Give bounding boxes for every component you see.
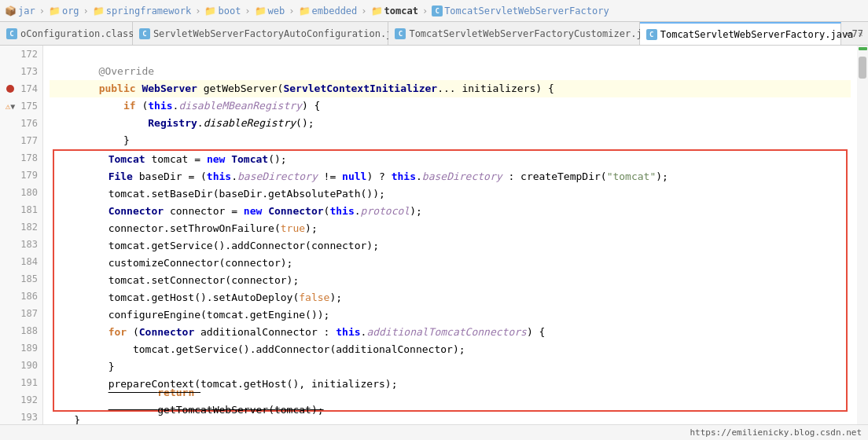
- breadcrumb-tomcat[interactable]: 📁 tomcat: [371, 6, 418, 16]
- sep5: ›: [289, 6, 294, 16]
- code-179-file: File: [108, 168, 139, 185]
- code-182-code: connector.setThrowOnFailure(: [108, 220, 281, 237]
- breadcrumb-jar[interactable]: 📦 jar: [5, 6, 35, 16]
- code-186-end: );: [329, 289, 342, 306]
- code-174-type: WebServer: [142, 80, 203, 97]
- code-188-end: ) {: [527, 324, 545, 341]
- code-content[interactable]: @Override public WebServer getWebServer(…: [43, 46, 857, 424]
- code-182-end: );: [305, 220, 318, 237]
- gutter-172: 172: [0, 46, 42, 63]
- code-187-indent: [59, 306, 108, 324]
- tab-label-2: ServletWebServerFactoryAutoConfiguration…: [153, 28, 409, 39]
- code-188-field: additionalTomcatConnectors: [366, 324, 527, 341]
- code-line-192: return getTomcatWebServer(tomcat);: [59, 393, 841, 410]
- gutter-180: 180: [0, 184, 42, 201]
- breadcrumb-jar-label[interactable]: jar: [18, 6, 35, 16]
- tab-icon-3: C: [395, 28, 406, 39]
- breadcrumb-embedded[interactable]: 📁 embedded: [299, 6, 358, 16]
- breadcrumb-boot-label[interactable]: boot: [218, 6, 241, 16]
- breadcrumb-boot[interactable]: 📁 boot: [204, 6, 241, 16]
- code-line-180: tomcat.setBaseDir(baseDir.getAbsolutePat…: [59, 185, 841, 203]
- code-179-null: null: [342, 168, 366, 185]
- code-181-this: this: [329, 203, 354, 220]
- status-right[interactable]: https://emilienicky.blog.csdn.net: [690, 427, 862, 438]
- code-188-for: for: [108, 324, 133, 341]
- tab-customizer[interactable]: C TomcatServletWebServerFactoryCustomize…: [388, 22, 639, 45]
- code-187-code: configureEngine(tomcat.getEngine());: [108, 306, 330, 324]
- code-179-ternary: ) ?: [366, 168, 391, 185]
- tab-label-4: TomcatServletWebServerFactory.java: [660, 29, 854, 40]
- code-188-open: (: [133, 324, 139, 341]
- code-181-end: );: [410, 203, 422, 220]
- sep6: ›: [361, 6, 366, 16]
- right-scrollbar[interactable]: [857, 46, 868, 424]
- gutter-192: 192: [0, 391, 42, 409]
- code-185-code: tomcat.setConnector(connector);: [108, 272, 300, 289]
- gutter-187: 187: [0, 305, 42, 322]
- code-178-end: ();: [268, 151, 286, 168]
- code-181-connector: Connector: [108, 203, 170, 220]
- linenum-186: 186: [16, 291, 38, 302]
- tab-overflow[interactable]: =77: [841, 22, 868, 45]
- gutter-188: 188: [0, 322, 42, 339]
- sep7: ›: [422, 6, 428, 16]
- code-line-185: tomcat.setConnector(connector);: [59, 272, 841, 289]
- linenum-179: 179: [16, 170, 38, 181]
- breadcrumb-class[interactable]: C TomcatServletWebServerFactory: [432, 6, 609, 16]
- folder-icon-embedded: 📁: [299, 6, 311, 16]
- linenum-180: 180: [16, 187, 38, 198]
- code-189-indent: [59, 341, 133, 358]
- gutter-190: 190: [0, 357, 42, 374]
- code-189-code: tomcat.getService().addConnector(additio…: [133, 341, 465, 358]
- code-179-this2: this: [392, 168, 416, 185]
- code-175-close: ) {: [302, 97, 320, 115]
- code-line-182: connector.setThrowOnFailure( true );: [59, 220, 841, 237]
- breakpoint-174: [6, 85, 14, 93]
- code-175-field: disableMBeanRegistry: [178, 97, 302, 115]
- scroll-marker-top: [859, 47, 867, 50]
- status-bar: https://emilienicky.blog.csdn.net: [0, 424, 868, 440]
- code-179-colon: : createTempDir(: [502, 168, 607, 185]
- code-176-registry: Registry: [148, 115, 197, 132]
- code-179-string: "tomcat": [607, 168, 657, 185]
- code-line-172: [50, 46, 851, 63]
- tab-factory[interactable]: C TomcatServletWebServerFactory.java ×: [640, 22, 842, 45]
- linenum-190: 190: [16, 360, 38, 371]
- code-178-var: tomcat =: [151, 151, 206, 168]
- tab-autoconfiguration[interactable]: C ServletWebServerFactoryAutoConfigurati…: [133, 22, 389, 45]
- linenum-183: 183: [16, 239, 38, 250]
- scroll-thumb[interactable]: [859, 57, 866, 79]
- code-188-this: this: [336, 324, 360, 341]
- tab-oconfiguration[interactable]: C oConfiguration.class ×: [0, 22, 133, 45]
- code-175-indent: [50, 97, 123, 115]
- code-186-indent: [59, 289, 108, 306]
- gutter-185: 185: [0, 270, 42, 288]
- code-179-this1: this: [207, 168, 231, 185]
- annotation-override: @Override: [50, 63, 154, 80]
- breadcrumb-embedded-label[interactable]: embedded: [312, 6, 358, 16]
- breadcrumb-tomcat-label[interactable]: tomcat: [384, 6, 418, 16]
- breadcrumb-springframework[interactable]: 📁 springframework: [93, 6, 191, 16]
- breadcrumb-web-label[interactable]: web: [268, 6, 285, 16]
- code-line-186: tomcat.getHost().setAutoDeploy( false );: [59, 289, 841, 306]
- folder-icon-org: 📁: [49, 6, 61, 16]
- breadcrumb-org[interactable]: 📁 org: [49, 6, 79, 16]
- code-175-this: this: [148, 97, 172, 115]
- breadcrumb-class-label[interactable]: TomcatServletWebServerFactory: [444, 6, 609, 16]
- linenum-185: 185: [16, 273, 38, 284]
- breadcrumb-org-label[interactable]: org: [62, 6, 79, 16]
- code-174-param-type: ServletContextInitializer: [283, 80, 437, 97]
- breadcrumb-springframework-label[interactable]: springframework: [106, 6, 191, 16]
- code-179-dot2: .: [416, 168, 422, 185]
- line-numbers: 172 173 174 ⚠ ▼ 175 176: [0, 46, 43, 424]
- sep2: ›: [83, 6, 89, 16]
- linenum-188: 188: [16, 325, 38, 336]
- breadcrumb-web[interactable]: 📁 web: [255, 6, 285, 16]
- linenum-182: 182: [16, 222, 38, 233]
- code-176-dot: .: [197, 115, 204, 132]
- code-182-true: true: [281, 220, 305, 237]
- linenum-173: 173: [16, 66, 38, 77]
- gutter-175: ⚠ ▼ 175: [0, 97, 42, 115]
- linenum-191: 191: [16, 377, 38, 388]
- code-175-dot: .: [173, 97, 179, 115]
